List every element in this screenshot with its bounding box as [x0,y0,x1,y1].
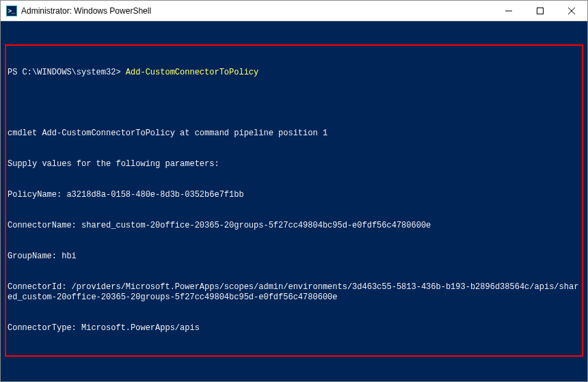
input-line: GroupName: hbi [8,251,580,262]
maximize-button[interactable] [524,1,556,21]
input-line: ConnectorName: shared_custom-20office-20… [8,221,580,231]
input-line: cmdlet Add-CustomConnectorToPolicy at co… [8,128,580,139]
input-line: ConnectorType: Microsoft.PowerApps/apis [8,323,580,333]
prompt-line: PS C:\WINDOWS\system32> Add-CustomConnec… [8,68,580,78]
svg-rect-1 [537,8,544,14]
titlebar[interactable]: >_ Administrator: Windows PowerShell [1,1,587,21]
powershell-icon: >_ [6,5,17,16]
terminal-body[interactable]: PS C:\WINDOWS\system32> Add-CustomConnec… [1,21,587,381]
powershell-window: >_ Administrator: Windows PowerShell PS … [0,0,588,382]
close-button[interactable] [556,1,587,21]
input-line: ConnectorId: /providers/Microsoft.PowerA… [8,282,580,303]
minimize-button[interactable] [493,1,524,21]
prompt-path: PS C:\WINDOWS\system32> [8,68,126,77]
window-title: Administrator: Windows PowerShell [21,6,151,16]
input-line: PolicyName: a3218d8a-0158-480e-8d3b-0352… [8,190,580,200]
input-line: Supply values for the following paramete… [8,159,580,169]
highlight-box-input: PS C:\WINDOWS\system32> Add-CustomConnec… [5,44,583,357]
prompt-command: Add-CustomConnectorToPolicy [126,68,258,77]
